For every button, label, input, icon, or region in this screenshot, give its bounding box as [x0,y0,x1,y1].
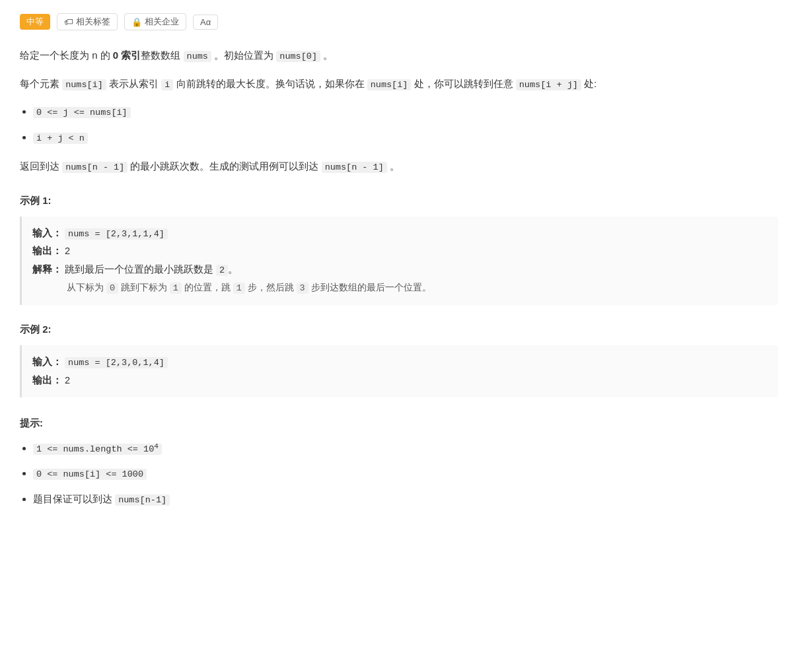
example2-output-label: 输出： [32,375,62,386]
step1-code: 1 [233,283,245,294]
example1-explain-line: 解释： 跳到最后一个位置的最小跳跃数是 2。 [32,261,768,279]
example2-block: 输入： nums = [2,3,0,1,4] 输出： 2 [20,345,778,397]
example2-input-label: 输入： [32,356,62,367]
example1-note-line: 从下标为 0 跳到下标为 1 的位置，跳 1 步，然后跳 3 步到达数组的最后一… [32,279,768,297]
related-tags-button[interactable]: 🏷 相关标签 [57,13,118,30]
example1-explain-label: 解释： [32,264,62,275]
condition2-code: i + j < n [33,133,88,144]
example2-title: 示例 2: [20,323,778,336]
i-code: i [161,79,173,90]
example2-output-value: 2 [65,375,70,386]
condition-list: 0 <= j <= nums[i] i + j < n [33,102,778,147]
detail-paragraph: 每个元素 nums[i] 表示从索引 i 向前跳转的最大长度。换句话说，如果你在… [20,75,778,94]
step3-code: 3 [297,283,308,294]
hint-3: 题目保证可以到达 nums[n-1] [33,490,778,508]
hints-title: 提示: [20,417,778,430]
jump-num-code: 2 [216,265,228,276]
example2-input-value: nums = [2,3,0,1,4] [65,357,168,368]
nums-code: nums [184,51,211,62]
hint1-code: 1 <= nums.length <= 104 [33,444,162,455]
hint1-sup: 4 [154,442,159,450]
condition-2: i + j < n [33,128,778,147]
toolbar: 中等 🏷 相关标签 🔒 相关企业 Aα [20,13,778,30]
example1-output-line: 输出： 2 [32,242,768,261]
nums-n1-code2: nums[n - 1] [322,162,387,173]
hint3-text: 题目保证可以到达 [33,493,112,504]
example1-output-value: 2 [65,246,70,256]
example2-input-line: 输入： nums = [2,3,0,1,4] [32,353,768,372]
tag-icon: 🏷 [64,17,73,27]
difficulty-badge[interactable]: 中等 [20,14,50,30]
example1-title: 示例 1: [20,195,778,207]
hints-section: 提示: 1 <= nums.length <= 104 0 <= nums[i]… [20,417,778,508]
example1-block: 输入： nums = [2,3,1,1,4] 输出： 2 解释： 跳到最后一个位… [20,217,778,305]
example1-output-label: 输出： [32,246,62,256]
related-company-button[interactable]: 🔒 相关企业 [124,13,186,30]
problem-description: 给定一个长度为 n 的 0 索引整数数组 nums 。初始位置为 nums[0]… [20,46,778,176]
hint-2: 0 <= nums[i] <= 1000 [33,464,778,483]
hint3-code: nums[n-1] [115,494,170,506]
nums0-code: nums[0] [276,51,320,62]
hint-1: 1 <= nums.length <= 104 [33,439,778,457]
idx1-code: 1 [170,283,182,294]
example1-input-label: 输入： [32,228,62,238]
numsi-code: nums[i] [62,79,106,90]
numsij-code: nums[i + j] [516,79,581,90]
font-size-button[interactable]: Aα [193,15,218,30]
lock-icon: 🔒 [131,17,142,27]
idx0-code: 0 [106,283,118,294]
example1-input-line: 输入： nums = [2,3,1,1,4] [32,224,768,243]
hints-list: 1 <= nums.length <= 104 0 <= nums[i] <= … [33,439,778,508]
example1-input-value: nums = [2,3,1,1,4] [65,228,168,240]
hint2-code: 0 <= nums[i] <= 1000 [33,469,147,480]
conclusion-paragraph: 返回到达 nums[n - 1] 的最小跳跃次数。生成的测试用例可以到达 num… [20,157,778,176]
condition-1: 0 <= j <= nums[i] [33,102,778,121]
intro-paragraph: 给定一个长度为 n 的 0 索引整数数组 nums 。初始位置为 nums[0]… [20,46,778,65]
nums-n1-code: nums[n - 1] [62,162,127,173]
condition1-code: 0 <= j <= nums[i] [33,107,131,118]
numsi-code2: nums[i] [367,79,412,90]
example2-output-line: 输出： 2 [32,372,768,390]
